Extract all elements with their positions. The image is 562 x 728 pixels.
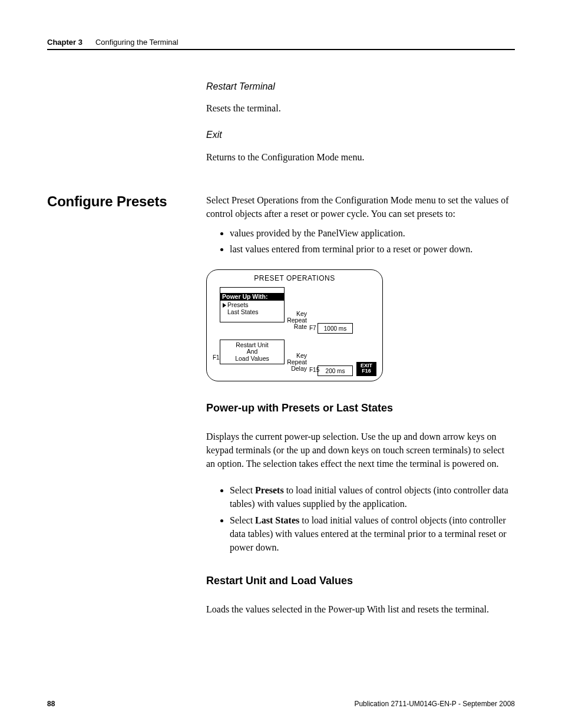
section-configure-presets: Configure Presets Select Preset Operatio… <box>47 193 515 630</box>
heading-configure-presets: Configure Presets <box>47 193 206 210</box>
fkey-f15: F15 <box>309 366 318 376</box>
panel-power-up-with: Power Up With: Presets Last States <box>220 287 285 322</box>
page-footer: 88 Publication 2711-UM014G-EN-P - Septem… <box>47 700 515 708</box>
intro-para: Select Preset Operations from the Config… <box>206 193 515 220</box>
subhead-restart-unit: Restart Unit and Load Values <box>206 573 515 588</box>
block-restart-exit: Restart Terminal Resets the terminal. Ex… <box>47 80 515 177</box>
bullet-item: Select Last States to load initial value… <box>230 513 515 555</box>
figure-preset-operations: PRESET OPERATIONS Power Up With: Presets… <box>206 269 515 381</box>
header-rule <box>47 49 515 50</box>
page-number: 88 <box>47 700 55 708</box>
para-restart-unit: Loads the values selected in the Power-u… <box>206 602 515 616</box>
label-key-repeat-rate: Key RepeatRate <box>285 311 309 334</box>
bullet-item: values provided by the PanelView applica… <box>230 226 515 240</box>
para-powerup: Displays the current power-up selection.… <box>206 430 515 471</box>
value-key-repeat-rate: 1000 ms <box>318 323 353 334</box>
option-last-states: Last States <box>223 309 282 316</box>
chapter-label: Chapter 3 <box>47 38 82 47</box>
panel-header: Power Up With: <box>220 293 284 301</box>
publication-line: Publication 2711-UM014G-EN-P - September… <box>354 700 515 708</box>
figure-title: PRESET OPERATIONS <box>213 274 376 284</box>
page: Chapter 3 Configuring the Terminal Resta… <box>0 0 562 728</box>
powerup-bullet-list: Select Presets to load initial values of… <box>206 483 515 554</box>
button-exit-f16: EXIT F16 <box>356 362 376 376</box>
subhead-exit: Exit <box>206 128 515 141</box>
para-exit: Returns to the Configuration Mode menu. <box>206 150 515 164</box>
running-header: Chapter 3 Configuring the Terminal <box>47 38 515 47</box>
label-key-repeat-delay: Key RepeatDelay <box>285 353 309 375</box>
panel-restart-unit: Restart Unit And Load Values <box>220 340 285 364</box>
fkey-f1: F1 <box>213 354 220 363</box>
option-presets: Presets <box>223 302 282 309</box>
subhead-powerup: Power-up with Presets or Last States <box>206 400 515 416</box>
bullet-item: Select Presets to load initial values of… <box>230 483 515 510</box>
value-key-repeat-delay: 200 ms <box>318 365 353 376</box>
bullet-item: last values entered from terminal prior … <box>230 242 515 256</box>
preset-bullet-list: values provided by the PanelView applica… <box>206 226 515 256</box>
subhead-restart-terminal: Restart Terminal <box>206 80 515 93</box>
chapter-title: Configuring the Terminal <box>95 38 178 47</box>
fkey-f7: F7 <box>309 324 318 334</box>
para-restart: Resets the terminal. <box>206 101 515 115</box>
